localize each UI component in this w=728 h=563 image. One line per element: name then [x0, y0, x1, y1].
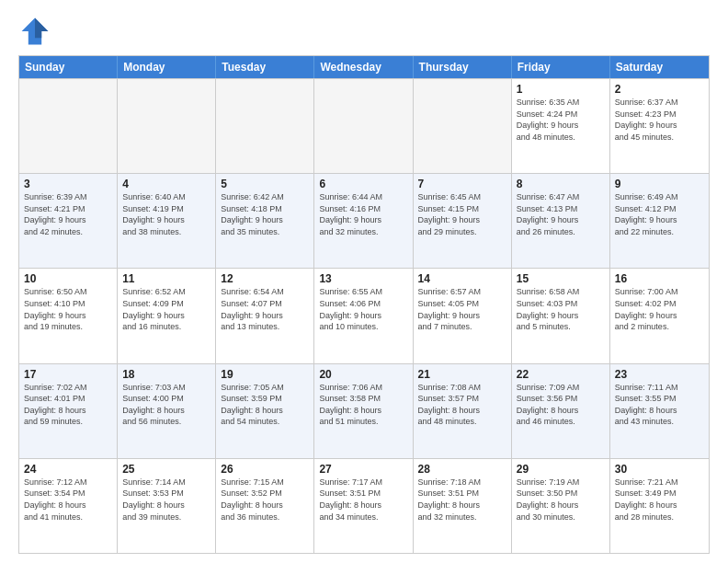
svg-marker-1	[35, 18, 48, 39]
day-number-24: 24	[24, 463, 112, 476]
day-number-14: 14	[418, 272, 506, 285]
calendar-cell-r1c6: 9Sunrise: 6:49 AM Sunset: 4:12 PM Daylig…	[610, 174, 709, 268]
header-day-saturday: Saturday	[610, 56, 709, 78]
day-number-27: 27	[319, 463, 407, 476]
day-number-4: 4	[122, 178, 210, 190]
day-info-20: Sunrise: 7:06 AM Sunset: 3:58 PM Dayligh…	[319, 382, 407, 428]
day-info-4: Sunrise: 6:40 AM Sunset: 4:19 PM Dayligh…	[122, 191, 210, 237]
calendar-cell-r0c6: 2Sunrise: 6:37 AM Sunset: 4:23 PM Daylig…	[610, 79, 709, 173]
day-number-18: 18	[122, 368, 210, 381]
calendar-row-3: 17Sunrise: 7:02 AM Sunset: 4:01 PM Dayli…	[19, 363, 709, 458]
day-number-17: 17	[24, 368, 112, 381]
day-number-30: 30	[615, 463, 704, 476]
calendar-cell-r4c3: 27Sunrise: 7:17 AM Sunset: 3:51 PM Dayli…	[314, 459, 413, 553]
calendar-cell-r2c6: 16Sunrise: 7:00 AM Sunset: 4:02 PM Dayli…	[610, 269, 709, 362]
day-info-3: Sunrise: 6:39 AM Sunset: 4:21 PM Dayligh…	[24, 191, 112, 237]
day-info-27: Sunrise: 7:17 AM Sunset: 3:51 PM Dayligh…	[319, 477, 407, 523]
day-number-8: 8	[517, 178, 605, 190]
day-number-3: 3	[24, 178, 112, 190]
calendar-cell-r2c4: 14Sunrise: 6:57 AM Sunset: 4:05 PM Dayli…	[414, 269, 512, 362]
calendar-cell-r3c0: 17Sunrise: 7:02 AM Sunset: 4:01 PM Dayli…	[19, 364, 118, 458]
calendar-cell-r4c1: 25Sunrise: 7:14 AM Sunset: 3:53 PM Dayli…	[118, 459, 216, 553]
day-info-29: Sunrise: 7:19 AM Sunset: 3:50 PM Dayligh…	[517, 477, 605, 523]
calendar-row-1: 3Sunrise: 6:39 AM Sunset: 4:21 PM Daylig…	[19, 173, 709, 268]
calendar-cell-r2c5: 15Sunrise: 6:58 AM Sunset: 4:03 PM Dayli…	[512, 269, 610, 362]
day-info-19: Sunrise: 7:05 AM Sunset: 3:59 PM Dayligh…	[221, 382, 309, 428]
header-day-wednesday: Wednesday	[314, 56, 413, 78]
logo	[18, 15, 57, 48]
day-number-6: 6	[319, 178, 407, 190]
day-info-18: Sunrise: 7:03 AM Sunset: 4:00 PM Dayligh…	[122, 382, 210, 428]
day-number-5: 5	[221, 178, 309, 190]
calendar: SundayMondayTuesdayWednesdayThursdayFrid…	[18, 55, 710, 554]
day-info-15: Sunrise: 6:58 AM Sunset: 4:03 PM Dayligh…	[517, 286, 605, 332]
day-info-23: Sunrise: 7:11 AM Sunset: 3:55 PM Dayligh…	[615, 382, 704, 428]
day-number-11: 11	[122, 272, 210, 285]
calendar-cell-r0c2	[216, 79, 314, 173]
day-info-28: Sunrise: 7:18 AM Sunset: 3:51 PM Dayligh…	[418, 477, 506, 523]
day-info-13: Sunrise: 6:55 AM Sunset: 4:06 PM Dayligh…	[319, 286, 407, 332]
calendar-cell-r3c5: 22Sunrise: 7:09 AM Sunset: 3:56 PM Dayli…	[512, 364, 610, 458]
day-info-1: Sunrise: 6:35 AM Sunset: 4:24 PM Dayligh…	[517, 97, 605, 143]
day-info-11: Sunrise: 6:52 AM Sunset: 4:09 PM Dayligh…	[122, 286, 210, 332]
page: SundayMondayTuesdayWednesdayThursdayFrid…	[0, 0, 728, 563]
day-info-22: Sunrise: 7:09 AM Sunset: 3:56 PM Dayligh…	[517, 382, 605, 428]
day-info-17: Sunrise: 7:02 AM Sunset: 4:01 PM Dayligh…	[24, 382, 112, 428]
calendar-cell-r1c5: 8Sunrise: 6:47 AM Sunset: 4:13 PM Daylig…	[512, 174, 610, 268]
calendar-cell-r4c5: 29Sunrise: 7:19 AM Sunset: 3:50 PM Dayli…	[512, 459, 610, 553]
calendar-row-2: 10Sunrise: 6:50 AM Sunset: 4:10 PM Dayli…	[19, 268, 709, 362]
day-info-10: Sunrise: 6:50 AM Sunset: 4:10 PM Dayligh…	[24, 286, 112, 332]
calendar-cell-r3c4: 21Sunrise: 7:08 AM Sunset: 3:57 PM Dayli…	[414, 364, 512, 458]
day-info-5: Sunrise: 6:42 AM Sunset: 4:18 PM Dayligh…	[221, 191, 309, 237]
day-number-20: 20	[319, 368, 407, 381]
day-number-19: 19	[221, 368, 309, 381]
day-number-2: 2	[615, 83, 704, 96]
day-info-16: Sunrise: 7:00 AM Sunset: 4:02 PM Dayligh…	[615, 286, 704, 332]
day-info-24: Sunrise: 7:12 AM Sunset: 3:54 PM Dayligh…	[24, 477, 112, 523]
calendar-row-4: 24Sunrise: 7:12 AM Sunset: 3:54 PM Dayli…	[19, 458, 709, 553]
calendar-cell-r1c2: 5Sunrise: 6:42 AM Sunset: 4:18 PM Daylig…	[216, 174, 314, 268]
day-info-6: Sunrise: 6:44 AM Sunset: 4:16 PM Dayligh…	[319, 191, 407, 237]
header-day-monday: Monday	[118, 56, 216, 78]
day-info-12: Sunrise: 6:54 AM Sunset: 4:07 PM Dayligh…	[221, 286, 309, 332]
day-number-1: 1	[517, 83, 605, 96]
calendar-cell-r4c0: 24Sunrise: 7:12 AM Sunset: 3:54 PM Dayli…	[19, 459, 118, 553]
calendar-cell-r3c3: 20Sunrise: 7:06 AM Sunset: 3:58 PM Dayli…	[314, 364, 413, 458]
day-info-26: Sunrise: 7:15 AM Sunset: 3:52 PM Dayligh…	[221, 477, 309, 523]
calendar-row-0: 1Sunrise: 6:35 AM Sunset: 4:24 PM Daylig…	[19, 78, 709, 173]
day-number-9: 9	[615, 178, 704, 190]
calendar-cell-r1c4: 7Sunrise: 6:45 AM Sunset: 4:15 PM Daylig…	[414, 174, 512, 268]
day-number-15: 15	[517, 272, 605, 285]
day-number-23: 23	[615, 368, 704, 381]
day-info-8: Sunrise: 6:47 AM Sunset: 4:13 PM Dayligh…	[517, 191, 605, 237]
day-number-10: 10	[24, 272, 112, 285]
day-number-21: 21	[418, 368, 506, 381]
calendar-cell-r1c3: 6Sunrise: 6:44 AM Sunset: 4:16 PM Daylig…	[314, 174, 413, 268]
calendar-cell-r4c6: 30Sunrise: 7:21 AM Sunset: 3:49 PM Dayli…	[610, 459, 709, 553]
day-number-16: 16	[615, 272, 704, 285]
day-info-7: Sunrise: 6:45 AM Sunset: 4:15 PM Dayligh…	[418, 191, 506, 237]
calendar-cell-r4c4: 28Sunrise: 7:18 AM Sunset: 3:51 PM Dayli…	[414, 459, 512, 553]
calendar-cell-r4c2: 26Sunrise: 7:15 AM Sunset: 3:52 PM Dayli…	[216, 459, 314, 553]
calendar-cell-r0c5: 1Sunrise: 6:35 AM Sunset: 4:24 PM Daylig…	[512, 79, 610, 173]
calendar-cell-r3c2: 19Sunrise: 7:05 AM Sunset: 3:59 PM Dayli…	[216, 364, 314, 458]
day-info-9: Sunrise: 6:49 AM Sunset: 4:12 PM Dayligh…	[615, 191, 704, 237]
day-number-22: 22	[517, 368, 605, 381]
day-number-29: 29	[517, 463, 605, 476]
day-number-25: 25	[122, 463, 210, 476]
header-day-friday: Friday	[512, 56, 610, 78]
day-number-13: 13	[319, 272, 407, 285]
calendar-cell-r2c2: 12Sunrise: 6:54 AM Sunset: 4:07 PM Dayli…	[216, 269, 314, 362]
day-info-14: Sunrise: 6:57 AM Sunset: 4:05 PM Dayligh…	[418, 286, 506, 332]
day-info-2: Sunrise: 6:37 AM Sunset: 4:23 PM Dayligh…	[615, 97, 704, 143]
day-number-28: 28	[418, 463, 506, 476]
calendar-cell-r0c4	[414, 79, 512, 173]
day-number-7: 7	[418, 178, 506, 190]
calendar-cell-r3c1: 18Sunrise: 7:03 AM Sunset: 4:00 PM Dayli…	[118, 364, 216, 458]
header-day-thursday: Thursday	[414, 56, 512, 78]
calendar-cell-r1c0: 3Sunrise: 6:39 AM Sunset: 4:21 PM Daylig…	[19, 174, 118, 268]
day-info-25: Sunrise: 7:14 AM Sunset: 3:53 PM Dayligh…	[122, 477, 210, 523]
calendar-cell-r3c6: 23Sunrise: 7:11 AM Sunset: 3:55 PM Dayli…	[610, 364, 709, 458]
header-day-sunday: Sunday	[19, 56, 118, 78]
header-day-tuesday: Tuesday	[216, 56, 314, 78]
